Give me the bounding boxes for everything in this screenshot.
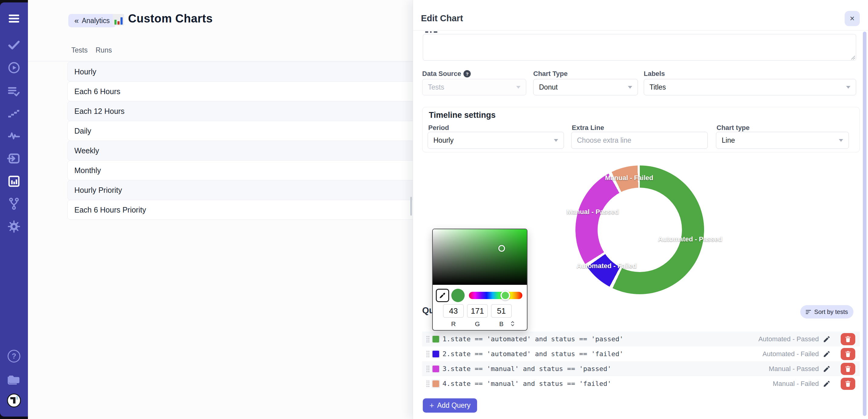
drag-handle-icon[interactable] [426, 335, 430, 343]
chevron-down-icon [846, 86, 850, 89]
back-to-analytics-button[interactable]: « Analytics [68, 14, 116, 27]
play-circle-icon[interactable] [7, 61, 21, 75]
folder-icon[interactable] [7, 371, 21, 386]
tabs-divider [28, 61, 413, 61]
chart-name: Each 12 Hours [74, 107, 124, 116]
blue-input[interactable] [491, 304, 512, 318]
drag-handle-icon[interactable] [426, 380, 430, 388]
chart-list-item[interactable]: Weekly [67, 141, 436, 160]
green-input[interactable] [467, 304, 488, 318]
chart-list-item[interactable]: Daily [67, 121, 436, 141]
chevron-down-icon [839, 139, 843, 142]
sign-in-icon[interactable] [7, 151, 21, 166]
field-label-text: Data Source [422, 70, 461, 78]
help-icon[interactable]: ? [8, 350, 20, 362]
timeline-chart-type-label: Chart type [717, 124, 750, 132]
query-color-swatch[interactable] [432, 350, 440, 358]
steps-icon[interactable] [7, 106, 21, 120]
sidebar: ? [0, 2, 28, 417]
sort-icon [806, 310, 811, 314]
edit-pencil-icon[interactable] [823, 380, 831, 388]
delete-query-button[interactable] [841, 378, 855, 390]
branch-icon[interactable] [7, 197, 21, 211]
chart-list-item[interactable]: Each 6 Hours Priority [67, 200, 436, 220]
query-color-swatch[interactable] [432, 335, 440, 343]
chart-list-item[interactable]: Monthly [67, 160, 436, 180]
delete-query-button[interactable] [841, 333, 855, 345]
field-label-text: Period [428, 124, 449, 132]
picker-current-color [451, 289, 465, 302]
resize-handle-icon[interactable] [849, 54, 856, 60]
query-expression[interactable]: 1.state == 'automated' and status == 'pa… [442, 335, 623, 343]
select-value: Titles [649, 83, 666, 91]
query-expression[interactable]: 2.state == 'automated' and status == 'fa… [442, 350, 623, 358]
chart-type-select[interactable]: Donut [533, 79, 638, 95]
clipped-label-remnant [434, 31, 437, 33]
saturation-area[interactable] [433, 229, 527, 285]
query-expression[interactable]: 3.state == 'manual' and status == 'passe… [442, 365, 611, 372]
extra-line-label: Extra Line [572, 124, 604, 132]
chart-name: Daily [74, 127, 91, 136]
back-button-label: Analytics [82, 17, 110, 25]
edit-pencil-icon[interactable] [823, 335, 831, 343]
hue-slider-thumb[interactable] [500, 291, 510, 300]
chart-list-item[interactable]: Hourly [67, 62, 436, 82]
list-check-icon[interactable] [7, 84, 21, 98]
drawer-scrollbar-thumb[interactable] [863, 32, 866, 416]
data-source-select[interactable]: Tests [422, 79, 526, 95]
chart-list-item[interactable]: Each 12 Hours [67, 101, 436, 121]
query-label: Automated - Passed [758, 335, 819, 343]
query-color-swatch[interactable] [432, 380, 440, 388]
check-icon[interactable] [7, 38, 21, 52]
chart-type-label: Chart Type [533, 70, 567, 78]
query-color-swatch[interactable] [432, 365, 440, 373]
edit-pencil-icon[interactable] [823, 350, 831, 358]
drag-handle-icon[interactable] [426, 365, 430, 373]
description-textarea[interactable] [423, 34, 856, 61]
bar-chart-emoji-icon [113, 14, 124, 26]
list-scrollbar-thumb[interactable] [410, 197, 412, 216]
drag-handle-icon[interactable] [426, 350, 430, 358]
gear-icon[interactable] [7, 219, 21, 234]
select-value: Donut [539, 83, 558, 91]
close-drawer-button[interactable]: × [845, 11, 860, 26]
help-circle-icon[interactable]: ? [463, 70, 471, 78]
chart-list-item[interactable]: Each 6 Hours [67, 81, 436, 101]
field-label-text: Chart Type [533, 70, 567, 78]
drawer-title: Edit Chart [421, 13, 463, 23]
delete-query-button[interactable] [841, 348, 855, 360]
menu-icon[interactable] [7, 11, 21, 26]
red-input[interactable] [443, 304, 464, 318]
query-row: 4.state == 'manual' and status == 'faile… [422, 376, 860, 391]
help-glyph: ? [12, 352, 17, 360]
query-expression[interactable]: 4.state == 'manual' and status == 'faile… [442, 380, 611, 387]
chart-name: Each 6 Hours Priority [74, 206, 146, 214]
labels-select[interactable]: Titles [644, 79, 856, 95]
brand-logo[interactable] [7, 393, 21, 408]
query-row: 2.state == 'automated' and status == 'fa… [422, 347, 860, 361]
query-label: Manual - Passed [769, 365, 819, 373]
clipped-label-remnant [430, 31, 432, 33]
custom-charts-panel: « Analytics Custom Charts × Tests Runs H… [28, 0, 413, 419]
hue-slider[interactable] [469, 292, 522, 299]
timeline-chart-type-select[interactable]: Line [716, 132, 849, 149]
edit-pencil-icon[interactable] [823, 365, 831, 373]
extra-line-select[interactable]: Choose extra line [571, 132, 708, 149]
donut-slice-label: Manual - Failed [605, 174, 653, 182]
sort-by-tests-button[interactable]: Sort by tests [800, 305, 854, 319]
tab-tests[interactable]: Tests [71, 46, 88, 54]
eyedropper-icon [439, 292, 446, 299]
chart-list-item[interactable]: Hourly Priority [67, 180, 436, 200]
mode-toggle-icon[interactable] [510, 321, 515, 326]
saturation-cursor[interactable] [498, 245, 505, 252]
data-source-label: Data Source ? [422, 70, 471, 78]
activity-icon[interactable] [7, 129, 21, 143]
bar-chart-icon[interactable] [7, 174, 21, 188]
period-select[interactable]: Hourly [428, 132, 564, 149]
eyedropper-button[interactable] [436, 289, 449, 302]
tab-runs[interactable]: Runs [96, 46, 112, 54]
color-picker-popup: R G B [432, 229, 527, 331]
donut-slice-label: Automated - Passed [658, 235, 722, 243]
add-query-button[interactable]: + Add Query [423, 398, 477, 413]
delete-query-button[interactable] [841, 363, 855, 375]
